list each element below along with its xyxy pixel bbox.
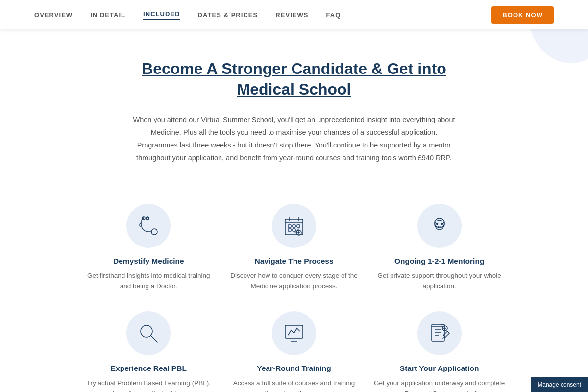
svg-point-21 bbox=[441, 223, 442, 224]
search-icon-circle bbox=[126, 311, 171, 355]
manage-consent-button[interactable]: Manage consent bbox=[531, 377, 588, 392]
navigation: OVERVIEW IN DETAIL INCLUDED DATES & PRIC… bbox=[0, 0, 588, 29]
feature-demystify-medicine: Demystify Medicine Get firsthand insight… bbox=[81, 204, 217, 292]
person-icon-circle bbox=[417, 204, 462, 248]
nav-dates-prices[interactable]: DATES & PRICES bbox=[198, 11, 258, 19]
svg-line-23 bbox=[151, 336, 157, 342]
feature-title-application: Start Your Application bbox=[371, 364, 507, 373]
search-icon bbox=[137, 321, 160, 345]
main-content: Become A Stronger Candidate & Get into M… bbox=[0, 29, 588, 392]
svg-rect-14 bbox=[293, 229, 295, 231]
svg-point-20 bbox=[436, 223, 438, 224]
book-now-button[interactable]: BOOK NOW bbox=[491, 6, 554, 24]
feature-title-demystify: Demystify Medicine bbox=[81, 257, 217, 266]
feature-desc-pbl: Try actual Problem Based Learning (PBL),… bbox=[81, 378, 217, 392]
feature-mentoring: Ongoing 1-2-1 Mentoring Get private supp… bbox=[371, 204, 507, 292]
svg-point-19 bbox=[435, 218, 444, 228]
stethoscope-icon-circle bbox=[126, 204, 171, 248]
monitor-chart-icon bbox=[282, 321, 306, 345]
document-icon-circle bbox=[417, 311, 462, 355]
hero-section: Become A Stronger Candidate & Get into M… bbox=[122, 29, 466, 184]
svg-rect-12 bbox=[297, 225, 300, 227]
feature-training: Year-Round Training Access a full suite … bbox=[226, 311, 362, 392]
svg-line-33 bbox=[447, 331, 449, 333]
svg-rect-13 bbox=[288, 229, 291, 231]
nav-included[interactable]: INCLUDED bbox=[143, 10, 180, 20]
svg-rect-10 bbox=[288, 225, 291, 227]
feature-title-training: Year-Round Training bbox=[226, 364, 362, 373]
calendar-icon-circle bbox=[272, 204, 316, 248]
feature-title-pbl: Experience Real PBL bbox=[81, 364, 217, 373]
feature-title-mentoring: Ongoing 1-2-1 Mentoring bbox=[371, 257, 507, 266]
nav-reviews[interactable]: REVIEWS bbox=[275, 11, 308, 19]
svg-line-34 bbox=[442, 337, 445, 338]
hero-description: When you attend our Virtual Summer Schoo… bbox=[132, 113, 456, 164]
feature-application: Start Your Application Get your applicat… bbox=[371, 311, 507, 392]
features-section: Demystify Medicine Get firsthand insight… bbox=[61, 204, 527, 392]
feature-desc-navigate: Discover how to conquer every stage of t… bbox=[226, 270, 362, 292]
document-edit-icon bbox=[428, 321, 451, 345]
svg-point-1 bbox=[151, 229, 157, 235]
person-head-icon bbox=[428, 214, 451, 238]
nav-faq[interactable]: FAQ bbox=[326, 11, 341, 19]
nav-overview[interactable]: OVERVIEW bbox=[34, 11, 73, 19]
feature-desc-mentoring: Get private support throughout your whol… bbox=[371, 270, 507, 292]
nav-links: OVERVIEW IN DETAIL INCLUDED DATES & PRIC… bbox=[34, 10, 474, 20]
hero-title: Become A Stronger Candidate & Get into M… bbox=[132, 59, 456, 99]
feature-title-navigate: Navigate The Process bbox=[226, 257, 362, 266]
feature-desc-application: Get your application underway and comple… bbox=[371, 378, 507, 392]
calendar-icon bbox=[282, 214, 306, 238]
feature-desc-training: Access a full suite of courses and train… bbox=[226, 378, 362, 392]
feature-desc-demystify: Get firsthand insights into medical trai… bbox=[81, 270, 217, 292]
monitor-icon-circle bbox=[272, 311, 316, 355]
stethoscope-icon bbox=[137, 214, 160, 238]
nav-in-detail[interactable]: IN DETAIL bbox=[90, 11, 125, 19]
svg-point-22 bbox=[141, 325, 152, 337]
feature-navigate-process: Navigate The Process Discover how to con… bbox=[226, 204, 362, 292]
feature-pbl: Experience Real PBL Try actual Problem B… bbox=[81, 311, 217, 392]
svg-rect-11 bbox=[293, 225, 295, 227]
svg-rect-24 bbox=[285, 325, 303, 338]
